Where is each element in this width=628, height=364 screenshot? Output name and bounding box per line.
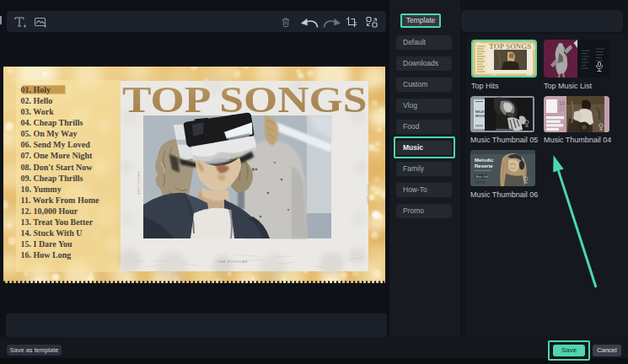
svg-text:AMSTERDAM: AMSTERDAM <box>137 171 141 195</box>
svg-text:11. Work From Home: 11. Work From Home <box>21 195 100 205</box>
svg-text:03. Work: 03. Work <box>21 107 55 116</box>
svg-text:TOP SONGS: TOP SONGS <box>122 78 367 120</box>
svg-text:10. Yummy: 10. Yummy <box>21 185 62 194</box>
svg-text:09. Cheap Thrills: 09. Cheap Thrills <box>21 174 83 183</box>
svg-text:12. 10,000 Hour: 12. 10,000 Hour <box>21 206 78 216</box>
svg-text:Reverie: Reverie <box>475 163 493 169</box>
svg-text:01. Holy: 01. Holy <box>21 85 51 94</box>
svg-text:THE POPULAR: THE POPULAR <box>217 260 248 264</box>
svg-text:KIDS PARK: KIDS PARK <box>366 185 369 205</box>
svg-text:02. Hello: 02. Hello <box>21 96 53 105</box>
svg-text:13. Treat You Better: 13. Treat You Better <box>21 217 94 227</box>
svg-text:06. Send My Loved: 06. Send My Loved <box>21 140 91 149</box>
svg-text:05. On My Way: 05. On My Way <box>21 129 78 138</box>
svg-text:TOP SONGS: TOP SONGS <box>489 42 531 51</box>
svg-text:Melodic: Melodic <box>475 158 494 163</box>
svg-text:04. Cheap Thrills: 04. Cheap Thrills <box>21 118 83 127</box>
svg-text:10: 10 <box>559 100 566 106</box>
svg-text:16. How Long: 16. How Long <box>21 250 72 260</box>
svg-text:15. I Dare You: 15. I Dare You <box>21 239 73 249</box>
svg-text:22: 22 <box>559 106 566 112</box>
svg-text:14. Stuck With U: 14. Stuck With U <box>21 228 83 238</box>
svg-text:08. Don't Start Now: 08. Don't Start Now <box>21 163 94 172</box>
svg-text:Music Visit: Music Visit <box>476 175 488 179</box>
svg-text:07. One More Night: 07. One More Night <box>21 151 93 160</box>
